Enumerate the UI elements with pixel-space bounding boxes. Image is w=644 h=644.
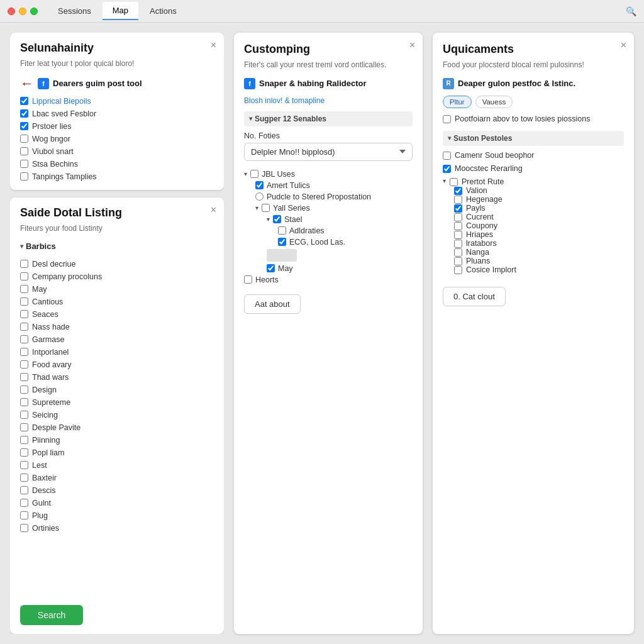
stael-checkbox[interactable] (273, 215, 281, 223)
list-item[interactable]: May (20, 285, 211, 294)
cosice-checkbox[interactable] (454, 266, 462, 274)
barbics-group-header[interactable]: ▾ Barbics (20, 242, 214, 251)
list-item[interactable]: Nass hade (20, 323, 211, 331)
tree-item-jbl[interactable]: ▾ JBL Uses (244, 169, 413, 180)
tree-item-amert[interactable]: Amert Tulics (255, 180, 413, 191)
filter-checkbox-2[interactable]: Prstoer lies (20, 122, 214, 131)
filter-checkbox-input-2[interactable] (20, 122, 28, 130)
tree-item-adldraties[interactable]: Adldraties (278, 225, 413, 236)
filter-panel-close[interactable]: × (211, 40, 216, 50)
filter-checkbox-input-6[interactable] (20, 172, 28, 180)
list-item[interactable]: Desple Pavite (20, 423, 211, 432)
payls-checkbox[interactable] (454, 204, 462, 213)
filter-checkbox-input-1[interactable] (20, 109, 28, 118)
hegenage-item[interactable]: Hegenage (454, 195, 624, 204)
filter-checkbox-6[interactable]: Tanpings Tamplies (20, 172, 214, 181)
filter-checkbox-3[interactable]: Wog bngor (20, 135, 214, 143)
list-item[interactable]: Cantious (20, 297, 211, 306)
list-item[interactable]: Seaces (20, 310, 211, 319)
count-button[interactable]: 0. Cat clout (443, 287, 506, 306)
list-item[interactable]: Cempany procoluns (20, 272, 211, 281)
filter-checkbox-0[interactable]: Lipprical Biepoils (20, 97, 214, 106)
list-item[interactable]: Plug (20, 511, 211, 520)
minimize-window-button[interactable] (19, 8, 26, 15)
coupony-checkbox[interactable] (454, 222, 462, 230)
yall-checkbox[interactable] (262, 204, 270, 212)
tab-actions[interactable]: Actions (140, 3, 187, 19)
may-checkbox[interactable] (267, 264, 275, 272)
apply-button[interactable]: Aat about (244, 294, 301, 314)
list-item[interactable]: Descis (20, 486, 211, 495)
lratabors-item[interactable]: lratabors (454, 239, 624, 248)
tree-item-heorts[interactable]: Heorts (244, 274, 413, 286)
list-item[interactable]: Desl decriue (20, 260, 211, 269)
middle-link[interactable]: Blosh inlov! & tomapline (244, 96, 325, 105)
valion-item[interactable]: Valion (454, 186, 624, 195)
tab-sessions[interactable]: Sessions (48, 3, 101, 19)
cucrent-checkbox[interactable] (454, 213, 462, 221)
list-item[interactable]: Thad wars (20, 373, 211, 382)
foties-dropdown[interactable]: Delpler Mno!! bipplosd) (244, 143, 413, 161)
pluans-item[interactable]: Pluans (454, 257, 624, 265)
right-checkbox-camenr[interactable]: Camenr Soud beophor (443, 151, 624, 160)
maximize-window-button[interactable] (30, 8, 38, 15)
filter-checkbox-input-4[interactable] (20, 147, 28, 155)
tree-item-may[interactable]: May (267, 263, 413, 274)
list-item[interactable]: Piinning (20, 436, 211, 445)
tree-item-yall[interactable]: ▾ Yall Series (255, 203, 413, 214)
list-item[interactable]: Supreteme (20, 398, 211, 407)
ecg-checkbox[interactable] (278, 238, 286, 246)
list-item[interactable]: Seicing (20, 411, 211, 419)
hriapes-checkbox[interactable] (454, 231, 462, 239)
filter-checkbox-input-3[interactable] (20, 135, 28, 143)
coupony-item[interactable]: Coupony (454, 221, 624, 230)
prertot-checkbox[interactable] (450, 178, 458, 186)
middle-panel-close[interactable]: × (409, 40, 415, 50)
side-listing-close[interactable]: × (211, 205, 216, 215)
list-item[interactable]: Gulnt (20, 499, 211, 508)
prertot-header[interactable]: ▾ Prertot Rute (443, 177, 624, 186)
tree-item-ecg[interactable]: ECG, Lood Las. (278, 236, 413, 248)
search-button[interactable]: 🔍 (626, 6, 636, 16)
list-item[interactable]: Intporlanel (20, 348, 211, 357)
filter-checkbox-input-0[interactable] (20, 97, 28, 105)
hriapes-item[interactable]: Hriapes (454, 230, 624, 239)
tree-item-stael[interactable]: ▾ Stael (267, 214, 413, 225)
list-item[interactable]: Lest (20, 461, 211, 470)
close-window-button[interactable] (8, 8, 15, 15)
filter-checkbox-4[interactable]: Viubol snart (20, 147, 214, 156)
lratabors-checkbox[interactable] (454, 240, 462, 248)
heorts-checkbox[interactable] (244, 275, 252, 284)
tag-vauess[interactable]: Vauess (475, 96, 513, 108)
option1-checkbox[interactable] (443, 115, 451, 123)
nanga-item[interactable]: Nanga (454, 248, 624, 257)
valion-checkbox[interactable] (454, 187, 462, 195)
list-item[interactable]: Garmase (20, 335, 211, 344)
list-item[interactable]: Baxteir (20, 474, 211, 482)
filter-checkbox-1[interactable]: Lbac sved Fesblor (20, 109, 214, 118)
option1-item[interactable]: Pootfoiarn abov to tow losies piossions (443, 114, 624, 123)
tag-pltur[interactable]: Pltur (443, 96, 472, 108)
hegenage-checkbox[interactable] (454, 196, 462, 204)
right-panel-close[interactable]: × (621, 40, 626, 50)
tree-item-pudcle[interactable]: Pudcle to Stered Propostation (255, 191, 413, 203)
jbl-checkbox[interactable] (250, 170, 258, 178)
amert-checkbox[interactable] (255, 181, 264, 189)
filter-checkbox-input-5[interactable] (20, 160, 28, 168)
list-item[interactable]: Food avary (20, 360, 211, 369)
search-button[interactable]: Search (20, 605, 83, 625)
filter-checkbox-5[interactable]: Stsa Bechins (20, 160, 214, 169)
cucrent-item[interactable]: Cucrent (454, 213, 624, 221)
nanga-checkbox[interactable] (454, 248, 462, 257)
tab-map[interactable]: Map (103, 2, 138, 20)
list-item[interactable]: Popl liam (20, 448, 211, 457)
camenr-checkbox[interactable] (443, 152, 451, 160)
moocstec-checkbox[interactable] (443, 165, 451, 173)
pudcle-radio[interactable] (255, 192, 264, 201)
listing-scroll[interactable]: Desl decriue Cempany procoluns May Canti… (20, 260, 214, 599)
adldraties-checkbox[interactable] (278, 226, 286, 235)
cosice-item[interactable]: Cosice Implort (454, 265, 624, 274)
payls-item[interactable]: Payls (454, 204, 624, 213)
list-item[interactable]: Design (20, 386, 211, 394)
list-item[interactable]: Ortinies (20, 524, 211, 533)
